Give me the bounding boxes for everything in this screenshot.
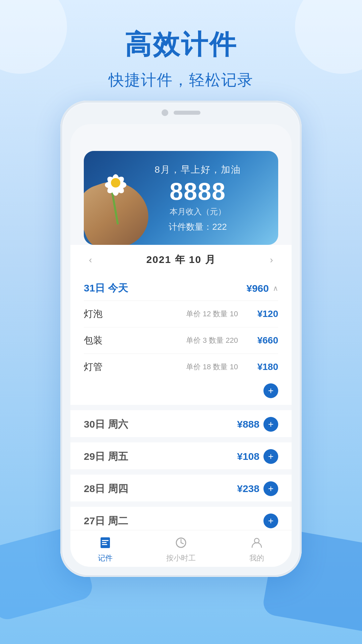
nav-icon-xiaoshi [173, 534, 189, 551]
add-row-31: + [70, 380, 292, 405]
banner-content: 8月，早上好，加油 8888 本月收入（元） 计件数量：222 [84, 151, 278, 245]
day-amount-28: ¥238 [237, 483, 259, 494]
nav-icon-jijian [97, 534, 114, 551]
item-meta-dengpao: 单价 12 数量 10 [124, 309, 245, 319]
item-price-dengguan: ¥180 [245, 362, 278, 372]
day-section-28: 28日 周四 ¥238 + [70, 475, 292, 501]
camera-notch [162, 109, 168, 116]
month-nav: ‹ 2021 年 10 月 › [70, 245, 292, 275]
item-meta-baozhuang: 单价 3 数量 220 [124, 335, 245, 345]
nav-item-jijian[interactable]: 记件 [97, 534, 114, 563]
item-name-baozhuang: 包装 [84, 334, 124, 347]
day-section-30: 30日 周六 ¥888 + [70, 410, 292, 437]
day-header-31: 31日 今天 ¥960 ∧ [70, 275, 292, 301]
phone-notch [162, 109, 200, 116]
month-display: 2021 年 10 月 [97, 253, 265, 267]
day-header-29: 29日 周五 ¥108 + [70, 442, 292, 469]
header-area: 高效计件 快捷计件，轻松记录 [0, 0, 362, 91]
day-label-30: 30日 周六 [84, 418, 128, 431]
prev-month-button[interactable]: ‹ [84, 255, 97, 265]
banner-count: 计件数量：222 [169, 221, 227, 233]
item-row-dengguan[interactable]: 灯管 单价 18 数量 10 ¥180 [70, 354, 292, 380]
day-section-31: 31日 今天 ¥960 ∧ 灯泡 单价 12 数量 10 ¥120 包装 [70, 275, 292, 405]
day-total-30: ¥888 + [237, 417, 278, 432]
phone-mockup: 8月，早上好，加油 8888 本月收入（元） 计件数量：222 ‹ 2021 年… [60, 101, 302, 577]
day-amount-29: ¥108 [237, 451, 259, 462]
day-header-27: 27日 周二 + [70, 507, 292, 534]
day-label-29: 29日 周五 [84, 450, 128, 464]
flower-center [111, 178, 120, 187]
next-month-button[interactable]: › [265, 255, 278, 265]
expand-button-29[interactable]: + [263, 449, 278, 464]
item-row-baozhuang[interactable]: 包装 单价 3 数量 220 ¥660 [70, 327, 292, 354]
day-amount-31: ¥960 [246, 283, 269, 294]
bottom-nav: 记件 按小时工 [70, 530, 292, 567]
day-header-30: 30日 周六 ¥888 + [70, 410, 292, 437]
day-label-28: 28日 周四 [84, 482, 128, 496]
svg-line-6 [181, 543, 183, 544]
expand-button-30[interactable]: + [263, 417, 278, 432]
item-name-dengpao: 灯泡 [84, 308, 124, 320]
phone-screen: 8月，早上好，加油 8888 本月收入（元） 计件数量：222 ‹ 2021 年… [70, 124, 292, 567]
day-label-27: 27日 周二 [84, 514, 128, 528]
nav-label-wode: 我的 [249, 553, 264, 563]
item-meta-dengguan: 单价 18 数量 10 [124, 362, 245, 372]
nav-icon-wode [248, 534, 265, 551]
nav-label-jijian: 记件 [98, 553, 113, 563]
nav-item-wode[interactable]: 我的 [248, 534, 265, 563]
day-total-29: ¥108 + [237, 449, 278, 464]
day-total-28: ¥238 + [237, 481, 278, 496]
svg-rect-3 [102, 544, 107, 545]
main-title: 高效计件 [0, 27, 362, 63]
day-section-29: 29日 周五 ¥108 + [70, 442, 292, 469]
nav-label-xiaoshi: 按小时工 [166, 553, 196, 563]
expand-button-27[interactable]: + [263, 514, 278, 528]
svg-rect-2 [102, 542, 107, 543]
day-section-27: 27日 周二 + [70, 507, 292, 534]
banner-card: 8月，早上好，加油 8888 本月收入（元） 计件数量：222 [84, 151, 278, 245]
banner-greeting: 8月，早上好，加油 [155, 163, 241, 176]
item-price-baozhuang: ¥660 [245, 335, 278, 346]
nav-item-xiaoshi[interactable]: 按小时工 [166, 534, 196, 563]
svg-rect-1 [102, 540, 109, 541]
expand-button-28[interactable]: + [263, 481, 278, 496]
day-total-31: ¥960 ∧ [246, 283, 278, 294]
item-price-dengpao: ¥120 [245, 309, 278, 319]
day-label-31: 31日 今天 [84, 281, 128, 295]
day-header-28: 28日 周四 ¥238 + [70, 475, 292, 501]
item-row-dengpao[interactable]: 灯泡 单价 12 数量 10 ¥120 [70, 301, 292, 327]
banner-amount-label: 本月收入（元） [170, 206, 226, 217]
day-total-27: + [263, 514, 278, 528]
banner-amount: 8888 [170, 179, 226, 204]
banner-count-value: 222 [212, 222, 227, 232]
sub-title: 快捷计件，轻松记录 [0, 70, 362, 91]
day-amount-30: ¥888 [237, 419, 259, 430]
add-item-button-31[interactable]: + [263, 383, 278, 398]
chevron-up-icon-31[interactable]: ∧ [273, 284, 278, 293]
scroll-area[interactable]: 31日 今天 ¥960 ∧ 灯泡 单价 12 数量 10 ¥120 包装 [70, 275, 292, 539]
item-name-dengguan: 灯管 [84, 361, 124, 373]
speaker-notch [174, 111, 200, 115]
banner-count-label: 计件数量： [169, 222, 212, 232]
